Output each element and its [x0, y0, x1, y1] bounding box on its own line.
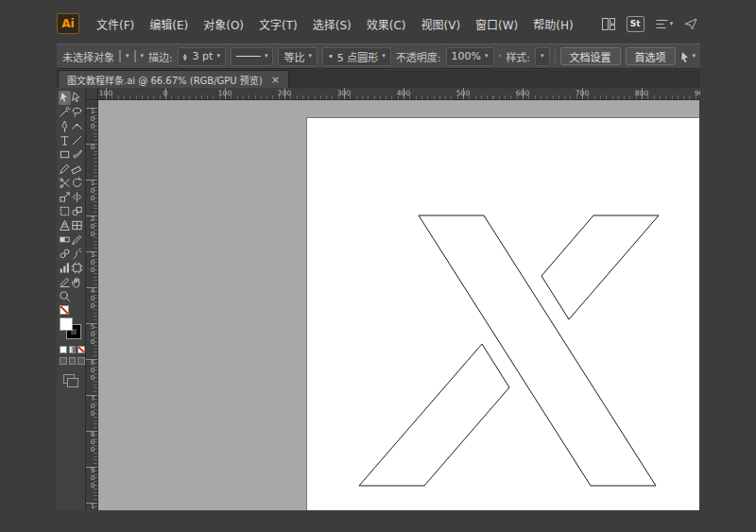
eraser-tool[interactable] [71, 162, 83, 176]
menu-view[interactable]: 视图(V) [413, 13, 468, 35]
artboard-tool[interactable] [71, 261, 83, 275]
brush-preview-dot: • [328, 51, 334, 61]
stroke-color-swatch[interactable] [134, 50, 136, 62]
blend-tool[interactable] [59, 247, 71, 261]
document-setup-button[interactable]: 文档设置 [560, 47, 621, 65]
horizontal-ruler[interactable]: 1000100200300400500600700800900 [98, 88, 700, 100]
lasso-tool[interactable] [71, 105, 83, 119]
illustrator-logo[interactable]: Ai [57, 13, 79, 34]
menu-file[interactable]: 文件(F) [89, 13, 142, 35]
curvature-tool[interactable] [71, 119, 83, 133]
opacity-dropdown[interactable]: 100% ▾ [446, 47, 494, 66]
type-tool[interactable] [59, 133, 71, 147]
h-ruler-label: 100 [218, 89, 232, 97]
adobe-stock-icon[interactable]: St [627, 16, 644, 32]
workspace-switcher-icon[interactable]: ▾ [656, 19, 674, 29]
brush-definition-dropdown[interactable]: • 5 点圆形 ▾ [322, 47, 391, 66]
arrange-documents-icon[interactable] [602, 18, 615, 30]
width-profile-dropdown[interactable]: 等比 ▾ [278, 47, 318, 66]
divider [555, 49, 556, 64]
edit-toolbar-icon[interactable] [63, 374, 75, 384]
color-mode-button[interactable] [60, 346, 67, 353]
v-ruler-label: 100 [88, 108, 96, 130]
shape-builder-tool[interactable] [71, 204, 83, 218]
h-ruler-label: 0 [163, 89, 168, 97]
mesh-tool[interactable] [71, 218, 83, 232]
screen-mode-button[interactable] [77, 357, 85, 365]
v-ruler-label: 200 [88, 215, 96, 238]
gradient-tool[interactable] [59, 232, 71, 247]
direct-selection-tool[interactable] [71, 91, 83, 105]
fill-color-swatch[interactable] [119, 50, 121, 62]
drawing-mode-row [60, 357, 85, 365]
gradient-mode-button[interactable] [69, 346, 77, 353]
spinner-arrows-icon[interactable]: ▲▼ [183, 53, 187, 60]
tab-close-icon[interactable]: × [271, 75, 280, 85]
eyedropper-tool[interactable] [71, 232, 83, 247]
free-transform-tool[interactable] [59, 204, 71, 218]
v-ruler-label: 900 [88, 467, 96, 489]
document-tab-title: 图文教程样条.ai @ 66.67% (RGB/GPU 预览) [67, 73, 263, 87]
chevron-down-icon: ▾ [541, 53, 544, 60]
x-upper-right-wedge[interactable] [541, 215, 659, 319]
pencil-tool[interactable] [59, 162, 71, 176]
style-dropdown[interactable]: ▾ [535, 47, 550, 66]
selection-tool[interactable] [59, 91, 71, 105]
magic-wand-tool[interactable] [59, 105, 71, 119]
chevron-down-icon[interactable]: ▾ [141, 53, 145, 60]
hand-tool[interactable] [71, 275, 83, 289]
symbol-sprayer-tool[interactable] [71, 247, 83, 261]
chevron-down-icon: ▾ [382, 53, 386, 60]
line-segment-tool[interactable] [71, 133, 83, 147]
h-ruler-label: 200 [278, 89, 291, 97]
none-mode-button[interactable] [77, 346, 85, 353]
document-tab[interactable]: 图文教程样条.ai @ 66.67% (RGB/GPU 预览) × [58, 70, 289, 88]
tools-panel [57, 88, 86, 510]
menu-effect[interactable]: 效果(C) [359, 13, 414, 35]
stroke-width-stepper[interactable]: ▲▼ 3 pt ▾ [178, 47, 226, 66]
vertical-ruler[interactable]: 10001002003004005006007008009001000 [86, 100, 98, 510]
paint-mode-row [60, 346, 85, 353]
ruler-origin-corner[interactable] [86, 88, 98, 100]
menu-help[interactable]: 帮助(H) [525, 13, 580, 35]
pen-tool[interactable] [59, 119, 71, 133]
column-graph-tool[interactable] [59, 261, 71, 275]
x-letterform-artwork[interactable] [98, 100, 699, 510]
scissors-tool[interactable] [59, 176, 71, 190]
menu-type[interactable]: 文字(T) [251, 13, 305, 35]
h-ruler-label: 700 [576, 89, 589, 97]
h-ruler-label: 400 [397, 89, 410, 97]
share-icon[interactable] [684, 18, 697, 30]
v-ruler-label: 400 [88, 287, 96, 310]
width-tool[interactable] [71, 190, 83, 204]
chevron-down-icon[interactable]: ▾ [126, 53, 129, 60]
draw-behind-button[interactable] [69, 357, 77, 365]
fill-indicator[interactable] [60, 317, 73, 331]
menu-window[interactable]: 窗口(W) [468, 13, 525, 35]
menu-object[interactable]: 对象(O) [196, 13, 251, 35]
h-ruler-label: 100 [99, 89, 112, 97]
chevron-down-icon: ▾ [265, 53, 268, 60]
menu-select[interactable]: 选择(S) [305, 13, 359, 35]
menu-edit[interactable]: 编辑(E) [142, 13, 196, 35]
rotate-tool[interactable] [71, 176, 83, 190]
selection-options-icon[interactable]: ▾ [680, 51, 696, 62]
canvas-viewport[interactable] [98, 100, 699, 510]
h-ruler-label: 600 [516, 89, 529, 97]
rectangle-tool[interactable] [59, 147, 71, 162]
perspective-grid-tool[interactable] [59, 218, 71, 232]
default-fill-stroke-icon[interactable] [60, 305, 69, 315]
opacity-panel-chevron-icon[interactable]: › [499, 53, 502, 60]
stroke-profile-dropdown[interactable]: ▾ [231, 47, 274, 66]
zoom-tool[interactable] [59, 289, 71, 303]
scale-tool[interactable] [59, 190, 71, 204]
x-lower-left-wedge[interactable] [359, 344, 509, 486]
chevron-down-icon: ▾ [485, 53, 489, 60]
slice-tool[interactable] [59, 275, 71, 289]
chevron-down-icon: ▾ [216, 53, 220, 60]
selection-status: 未选择对象 [62, 49, 114, 64]
preferences-button[interactable]: 首选项 [626, 47, 676, 65]
draw-normal-button[interactable] [60, 357, 67, 365]
opacity-label: 不透明度: [396, 49, 441, 64]
paintbrush-tool[interactable] [71, 147, 83, 162]
